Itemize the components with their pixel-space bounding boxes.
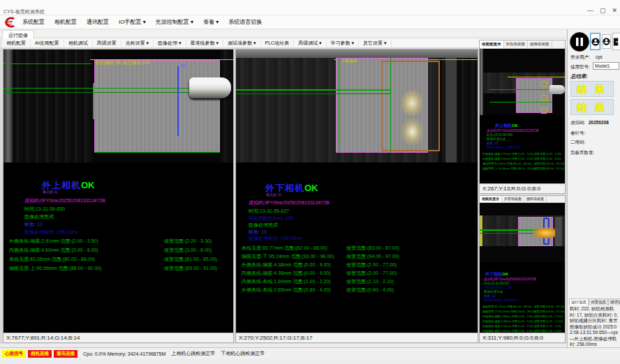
left-meas-1: 内侧条线-隔膜:4.60mm 范围:(3.00 - 6.00): [9, 247, 98, 254]
lower-camera-heartbeat: 下相机心跳检测正常: [221, 350, 265, 357]
menu-comm-config[interactable]: 通讯配置: [82, 18, 114, 26]
edge-band: [3, 50, 13, 162]
tool-advanced-settings[interactable]: 高级设置: [93, 40, 121, 47]
virtual-code-label: 虚拟码:: [570, 120, 585, 126]
dark-region-right: [220, 50, 233, 162]
mini-bottom-meas-3: 内侧条线-隔膜:4.38mm 范围:(0.00 - 9.00): [482, 319, 533, 323]
menu-camera-config[interactable]: 相机配置: [50, 18, 82, 26]
left-camera-pane: 88 好的阈值:93, 动态阈值:100 外上相机OK 曝光度:11 虚拟码:0…: [3, 49, 234, 343]
dark-right-region: [438, 58, 478, 162]
middle-meas-0: 条线宽度:83.77mm 范围:(82.00 - 88.00): [242, 245, 327, 252]
tab-debug-info[interactable]: 调试信息: [608, 298, 620, 305]
tab-all-defects-2[interactable]: 所有瑕疵图: [502, 196, 524, 202]
menu-io-config[interactable]: IO手配置 ▾: [114, 18, 151, 26]
defect-view-tabs: 瑕疵图显示 所有瑕疵图 面阵瑕疵图: [480, 40, 565, 49]
mini-bottom-meas-2: 外侧条线-隔膜:4.38mm 范围:(0.00 - 9.00): [482, 314, 533, 318]
blue-marker-label: 88: [181, 63, 186, 68]
middle-camera-image[interactable]: AI检测框: [236, 50, 478, 162]
upper-camera-heartbeat: 上相机心跳检测正常: [171, 350, 215, 357]
middle-meas-3-alarm: 报警范围:(2.00 - 77.00): [346, 270, 397, 277]
middle-meas-5: 外侧条线-条线:2.65mm 范围:(0.60 - 4.00): [242, 287, 331, 294]
tab-defect-display[interactable]: 瑕疵图显示: [480, 40, 504, 48]
mini-top-meas-1-alarm: 报警范围:(3.00 - 8.00): [534, 157, 561, 160]
tool-plc-address[interactable]: PLC地址表: [261, 40, 295, 47]
measure-line-2: [236, 93, 390, 94]
right-top-image[interactable]: [480, 49, 565, 115]
pause-button[interactable]: [570, 32, 589, 52]
control-panel: 登录用户: cys 使用型号: Model1 总结果: 结 果 结 果 虚拟码:…: [567, 29, 620, 347]
mini-top-meas-2-alarm: 报警范围:(81.00 - 85.00): [534, 162, 564, 165]
mini-top-title: 外上相机OK: [495, 123, 518, 129]
green-vline-1: [339, 58, 339, 153]
tab-run-image[interactable]: 运行图像: [2, 30, 34, 38]
middle-status: 图像处理完成: [249, 222, 278, 229]
mini-bottom-name: 外下相机: [485, 272, 502, 276]
tool-test-params[interactable]: 测试项参数 ▾: [223, 40, 260, 47]
user-button-2[interactable]: [602, 34, 611, 49]
mini-top-meas-3: 隔膜宽度-上:90.56mm 范围:(88.00 - 92.00): [482, 167, 536, 170]
tool-other-settings[interactable]: 其它设置 ▾: [359, 40, 391, 47]
left-meas-3-alarm: 报警范围:(89.00 - 91.00): [164, 265, 217, 272]
middle-coord-strip: X:270;Y:2502;R:17;G:17;B:17: [236, 333, 478, 342]
tab-count-label: 负极耳数量:: [570, 150, 594, 156]
close-button[interactable]: ✕: [612, 8, 617, 14]
tab-all-defects[interactable]: 所有瑕疵图: [504, 40, 529, 48]
mini-bottom-meas-2-alarm: 报警范围:(2.00 - 77.00): [534, 314, 563, 318]
middle-camera-name: 外下相机: [265, 183, 304, 193]
minimize-button[interactable]: —: [587, 8, 593, 14]
heartbeat-badge: 心跳信号: [2, 350, 26, 358]
mini-top-status: 图像处理完成: [487, 137, 505, 141]
gray-bar: [445, 58, 457, 162]
metal-highlight-1: [401, 90, 423, 116]
menu-view[interactable]: 查看 ▾: [198, 18, 223, 26]
model-label: 使用型号:: [570, 64, 590, 70]
green-vline-2: [390, 58, 391, 153]
info-tabs: 运行信息 设置信息 调试信息: [569, 298, 620, 305]
cpu-memory-text: Cpu: 0.0% Memory: 3424.41796875M: [83, 351, 165, 356]
tool-ai-config[interactable]: AI使用配置: [31, 40, 64, 47]
left-camera-image[interactable]: 88 好的阈值:93, 动态阈值:100: [3, 50, 233, 162]
left-meas-0-alarm: 报警范围:(2.20 - 3.30): [164, 238, 212, 245]
ai-box-label: AI检测框: [342, 59, 357, 63]
tool-camera-config[interactable]: 相机配置: [2, 40, 31, 47]
tool-spot-check[interactable]: 点检设置 ▾: [121, 40, 154, 47]
result-box-upper: 结 果: [570, 81, 614, 97]
tool-baseline-params[interactable]: 基准线参数 ▾: [186, 40, 223, 47]
menu-language-switch[interactable]: 系统语言切换: [223, 18, 267, 26]
tab-part: [189, 77, 231, 98]
camera-connect-badge: 相机连接: [28, 350, 52, 358]
tab-settings-info[interactable]: 设置信息: [589, 298, 608, 305]
edge-band: [480, 215, 482, 246]
left-meas-3: 隔膜宽度-上:90.56mm 范围:(88.00 - 92.00): [9, 265, 101, 272]
menu-light-config[interactable]: 光源控制配置 ▾: [151, 18, 198, 26]
mini-top-meas-0: 外侧条线-隔膜:2.91mm 范围:(2.00 - 3.50): [482, 152, 533, 156]
tool-learning-params[interactable]: 学习参数 ▾: [327, 40, 359, 47]
tab-area-defects-2[interactable]: 面阵瑕疵图: [524, 196, 547, 202]
tool-advanced-debug[interactable]: 高级调试 ▾: [294, 40, 326, 47]
middle-exposure: 曝光度:10: [266, 192, 281, 197]
tool-camera-debug[interactable]: 相机调试: [64, 40, 93, 47]
tab-defect-display-2[interactable]: 瑕疵图显示: [480, 196, 502, 202]
model-select[interactable]: Model1: [593, 62, 619, 70]
middle-meas-1-alarm: 报警范围:(94.00 - 97.00): [346, 253, 399, 260]
title-bar: [0, 0, 620, 15]
tab-area-defects[interactable]: 面阵瑕疵图: [528, 40, 552, 48]
logout-button[interactable]: [612, 33, 620, 50]
menu-system-config[interactable]: 系统配置: [17, 18, 50, 26]
left-elapsed: 图像处理耗时: 258.00ms: [24, 229, 78, 236]
tool-image-processing[interactable]: 图像处理 ▾: [154, 40, 186, 47]
maximize-button[interactable]: ▢: [600, 8, 606, 14]
mini-bottom-title: 外下相机OK: [485, 271, 508, 278]
mini-top-frame: 帧数: 13: [487, 142, 499, 145]
tab-run-info[interactable]: 运行信息: [569, 298, 589, 305]
measure-line-1: [236, 89, 390, 91]
mini-bottom-meas-4: 内侧条线-条线:1.90mm 范围:(1.00 - 2.20): [482, 324, 533, 328]
right-bottom-image[interactable]: [480, 203, 565, 262]
user-button-active[interactable]: [590, 33, 600, 50]
user-icon-2: [603, 37, 610, 46]
middle-meas-1: 隔膜宽度-下:95.24mm 范围:(93.00 - 98.00): [242, 253, 334, 260]
login-user-value: cys: [596, 54, 603, 59]
mini-bottom-code: 虚拟码:0FYIIine2025020813313472B: [484, 278, 536, 281]
mini-top-meas-3-alarm: 报警范围:(89.00 - 91.00): [534, 167, 564, 170]
status-bar: 心跳信号 相机连接 通讯连接 Cpu: 0.0% Memory: 3424.41…: [0, 347, 620, 359]
